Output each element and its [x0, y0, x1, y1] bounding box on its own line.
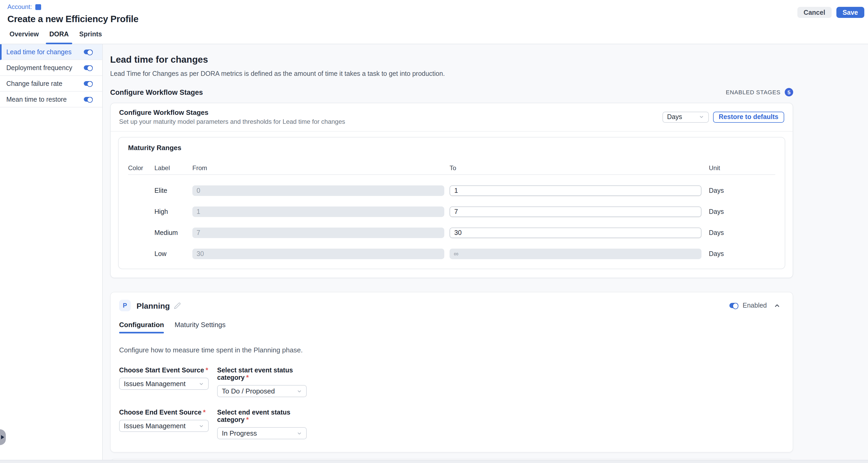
sidebar-item-change-failure-rate[interactable]: Change failure rate: [0, 76, 102, 92]
column-header-from: From: [192, 164, 444, 172]
field-label-start-event-status-category: Select start event status category*: [217, 367, 307, 382]
sidebar-item-label: Change failure rate: [6, 80, 62, 87]
sidebar-item-mean-time-to-restore[interactable]: Mean time to restore: [0, 92, 102, 107]
save-button[interactable]: Save: [836, 7, 864, 18]
start-event-status-category-select[interactable]: To Do / Proposed: [217, 385, 307, 397]
page-title: Create a new Efficiency Profile: [7, 14, 868, 25]
select-value: In Progress: [222, 429, 257, 437]
field-label-start-event-source: Choose Start Event Source*: [119, 367, 209, 374]
end-event-source-select[interactable]: Issues Management: [119, 420, 209, 432]
metric-title: Lead time for changes: [110, 54, 793, 65]
main-content: Lead time for changes Lead Time for Chan…: [103, 44, 868, 463]
app-window: Account: Create a new Efficiency Profile…: [0, 0, 868, 463]
sidebar-item-deployment-frequency[interactable]: Deployment frequency: [0, 60, 102, 76]
maturity-ranges-panel: Maturity Ranges Color Label From To Unit…: [118, 137, 785, 269]
row-unit: Days: [702, 250, 775, 258]
sidebar-item-label: Lead time for changes: [6, 48, 71, 56]
tab-overview[interactable]: Overview: [4, 31, 44, 44]
select-value: Issues Management: [124, 422, 186, 430]
planning-tab-bar: Configuration Maturity Settings: [119, 321, 784, 333]
change-failure-rate-toggle[interactable]: [84, 81, 93, 86]
tab-configuration[interactable]: Configuration: [119, 321, 164, 333]
maturity-ranges-title: Maturity Ranges: [128, 144, 775, 152]
column-header-label: Label: [154, 164, 192, 172]
stage-name: Planning: [136, 301, 170, 310]
chevron-down-icon: [699, 114, 704, 120]
required-marker: *: [203, 409, 206, 416]
table-row-high: High Days: [128, 206, 775, 217]
workflow-card-subtitle: Set up your maturity model parameters an…: [119, 118, 345, 125]
breadcrumb: Account:: [7, 3, 868, 10]
row-unit: Days: [702, 187, 775, 194]
start-event-source-select[interactable]: Issues Management: [119, 378, 209, 390]
workflow-card-title: Configure Workflow Stages: [119, 108, 345, 117]
table-row-medium: Medium Days: [128, 228, 775, 238]
low-to-input: [450, 249, 702, 259]
field-label-end-event-source: Choose End Event Source*: [119, 409, 209, 416]
unit-select-value: Days: [667, 113, 682, 121]
row-label: Elite: [154, 187, 192, 194]
sidebar-item-lead-time-for-changes[interactable]: Lead time for changes: [0, 44, 102, 60]
enabled-stages-count-badge: 5: [785, 88, 793, 96]
high-from-input: [192, 206, 444, 217]
required-marker: *: [206, 367, 208, 374]
column-header-color: Color: [128, 164, 154, 172]
select-value: To Do / Proposed: [222, 387, 275, 395]
column-header-to: To: [450, 164, 702, 172]
account-avatar[interactable]: [35, 4, 41, 10]
enabled-label: Enabled: [743, 302, 767, 309]
tab-sprints[interactable]: Sprints: [74, 31, 107, 44]
tab-dora[interactable]: DORA: [44, 31, 74, 44]
chevron-down-icon: [297, 431, 302, 436]
low-from-input: [192, 249, 444, 259]
elite-to-input[interactable]: [450, 186, 702, 196]
deployment-frequency-toggle[interactable]: [84, 65, 93, 70]
planning-description: Configure how to measure time spent in t…: [119, 346, 784, 354]
required-marker: *: [246, 416, 249, 424]
metric-description: Lead Time for Changes as per DORA metric…: [110, 70, 793, 77]
header-actions: Cancel Save: [797, 7, 864, 18]
select-value: Issues Management: [124, 380, 186, 388]
table-row-elite: Elite Days: [128, 186, 775, 196]
workflow-stages-card: Configure Workflow Stages Set up your ma…: [110, 103, 793, 278]
chevron-down-icon: [199, 423, 204, 429]
collapse-chevron-up-icon[interactable]: [774, 303, 780, 308]
medium-to-input[interactable]: [450, 228, 702, 238]
row-label: Low: [154, 250, 192, 258]
row-label: High: [154, 208, 192, 216]
configure-workflow-stages-heading: Configure Workflow Stages: [110, 88, 203, 96]
arrow-right-icon: [1, 435, 4, 439]
metrics-sidebar: Lead time for changes Deployment frequen…: [0, 44, 103, 463]
planning-stage-card: P Planning Enabled Configuration Maturit…: [110, 292, 793, 453]
chevron-down-icon: [199, 381, 204, 386]
enabled-stages-label: ENABLED STAGES: [726, 89, 780, 95]
cancel-button[interactable]: Cancel: [797, 7, 832, 18]
account-link[interactable]: Account:: [7, 3, 32, 10]
maturity-table-header: Color Label From To Unit: [128, 164, 775, 175]
lead-time-toggle[interactable]: [84, 49, 93, 55]
sidebar-item-label: Deployment frequency: [6, 64, 72, 71]
planning-enabled-toggle[interactable]: [730, 303, 738, 308]
tab-maturity-settings[interactable]: Maturity Settings: [175, 321, 225, 333]
enabled-stages: ENABLED STAGES 5: [726, 88, 793, 96]
required-marker: *: [246, 374, 249, 382]
planning-avatar: P: [119, 300, 131, 311]
sidebar-item-label: Mean time to restore: [6, 96, 67, 103]
chevron-down-icon: [297, 389, 302, 394]
restore-to-defaults-button[interactable]: Restore to defaults: [713, 111, 784, 123]
row-unit: Days: [702, 208, 775, 216]
horizontal-scrollbar-track[interactable]: [0, 460, 868, 463]
row-unit: Days: [702, 229, 775, 236]
high-to-input[interactable]: [450, 206, 702, 217]
field-label-end-event-status-category: Select end event status category*: [217, 409, 307, 424]
table-row-low: Low Days: [128, 249, 775, 259]
page-header: Account: Create a new Efficiency Profile…: [0, 0, 868, 25]
medium-from-input: [192, 228, 444, 238]
elite-from-input: [192, 186, 444, 196]
main-tab-bar: Overview DORA Sprints: [0, 25, 868, 44]
unit-select[interactable]: Days: [662, 111, 709, 123]
end-event-status-category-select[interactable]: In Progress: [217, 427, 307, 439]
edit-stage-name-icon[interactable]: [174, 302, 181, 309]
row-label: Medium: [154, 229, 192, 236]
mean-time-to-restore-toggle[interactable]: [84, 97, 93, 102]
